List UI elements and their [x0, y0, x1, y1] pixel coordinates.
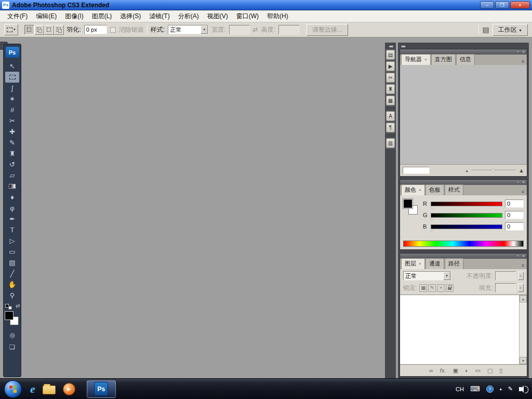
- tab-swatches[interactable]: 色板: [425, 184, 444, 195]
- new-layer-button[interactable]: ▢: [487, 368, 493, 374]
- menu-file[interactable]: 文件(F): [3, 10, 32, 22]
- pen-tool-button[interactable]: ✒: [5, 214, 19, 224]
- blend-mode-select[interactable]: 正常 ▾: [403, 271, 451, 281]
- close-tab-icon[interactable]: ×: [419, 188, 421, 192]
- move-tool-button[interactable]: ↖: [5, 61, 19, 72]
- feather-input[interactable]: 0 px: [84, 25, 107, 34]
- scroll-down-icon[interactable]: ▼: [520, 357, 527, 364]
- show-hidden-icons-button[interactable]: ▴: [500, 387, 502, 391]
- zoom-in-icon[interactable]: ▲: [518, 167, 524, 174]
- tab-channels[interactable]: 通道: [425, 258, 444, 269]
- tool-presets-panel-icon[interactable]: ▤: [386, 50, 395, 60]
- start-button[interactable]: [4, 380, 22, 398]
- zoom-tool-button[interactable]: ⚲: [5, 290, 19, 301]
- green-slider[interactable]: ▲: [431, 213, 502, 218]
- menu-analysis[interactable]: 分析(A): [174, 10, 203, 22]
- crop-tool-button[interactable]: #: [5, 104, 19, 115]
- menu-window[interactable]: 窗口(W): [232, 10, 263, 22]
- tab-color[interactable]: 颜色 ×: [401, 184, 425, 195]
- blur-tool-button[interactable]: ♦: [5, 192, 19, 203]
- lock-position-button[interactable]: +: [437, 284, 445, 292]
- fill-input[interactable]: [495, 283, 516, 292]
- close-button[interactable]: ×: [510, 1, 530, 9]
- pen-tray-icon[interactable]: ✎: [508, 385, 513, 392]
- default-colors-button[interactable]: [5, 304, 12, 310]
- minimize-button[interactable]: –: [480, 1, 494, 9]
- add-to-selection-button[interactable]: [34, 25, 44, 35]
- close-tab-icon[interactable]: ×: [424, 57, 427, 62]
- character-panel-icon[interactable]: A: [386, 111, 395, 121]
- width-input[interactable]: [229, 25, 250, 34]
- menu-help[interactable]: 帮助(H): [263, 10, 292, 22]
- height-input[interactable]: [278, 25, 299, 34]
- style-select[interactable]: 正常 ▾: [168, 25, 208, 34]
- menu-select[interactable]: 选择(S): [116, 10, 145, 22]
- blue-value-input[interactable]: 0: [505, 222, 524, 231]
- foreground-color-swatch[interactable]: [5, 311, 14, 320]
- slider-thumb[interactable]: ▲: [430, 218, 434, 221]
- minimize-panel-icon[interactable]: −: [517, 50, 520, 54]
- minimize-panel-icon[interactable]: −: [517, 180, 520, 184]
- close-panel-icon[interactable]: ×: [522, 180, 525, 184]
- panel-menu-icon[interactable]: ≡: [520, 59, 526, 65]
- screen-mode-button[interactable]: ❏: [6, 342, 19, 352]
- lock-image-button[interactable]: ✎: [428, 284, 436, 292]
- menu-layer[interactable]: 图层(L): [88, 10, 116, 22]
- eraser-tool-button[interactable]: ▱: [5, 170, 19, 181]
- maximize-button[interactable]: ❐: [495, 1, 509, 9]
- lock-transparency-button[interactable]: ▩: [419, 284, 427, 292]
- history-brush-tool-button[interactable]: ↺: [5, 159, 19, 170]
- quick-selection-tool-button[interactable]: ✶: [5, 94, 19, 104]
- layer-style-button[interactable]: fx.: [440, 368, 446, 374]
- canvas-area[interactable]: [25, 37, 381, 378]
- menu-image[interactable]: 图像(I): [61, 10, 87, 22]
- navigator-zoom-slider[interactable]: ▲: [471, 168, 516, 173]
- collapse-dock-button[interactable]: ▶▶: [400, 43, 527, 49]
- subtract-from-selection-button[interactable]: [44, 25, 54, 35]
- lock-all-button[interactable]: [446, 284, 454, 292]
- green-value-input[interactable]: 0: [505, 211, 524, 219]
- slider-thumb[interactable]: ▲: [430, 229, 434, 233]
- menu-view[interactable]: 视图(V): [203, 10, 232, 22]
- workspace-button[interactable]: 工作区 ▼: [493, 24, 528, 36]
- color-spectrum-ramp[interactable]: [403, 241, 524, 247]
- quick-mask-button[interactable]: ◎: [6, 330, 19, 340]
- red-value-input[interactable]: 0: [505, 200, 524, 208]
- scrollbar-track[interactable]: [520, 302, 527, 357]
- slice-tool-button[interactable]: ✂: [5, 115, 19, 126]
- minimize-panel-icon[interactable]: −: [517, 254, 520, 258]
- tab-layers[interactable]: 图层 ×: [401, 258, 425, 269]
- slider-thumb[interactable]: ▲: [430, 206, 434, 210]
- red-slider[interactable]: ▲: [431, 202, 502, 206]
- tool-preset-picker[interactable]: ▾: [4, 24, 18, 35]
- opacity-spinner-icon[interactable]: ▸: [518, 272, 524, 280]
- layer-list[interactable]: ▲ ▼: [400, 295, 527, 365]
- zoom-out-icon[interactable]: ▲: [465, 169, 469, 172]
- type-tool-button[interactable]: T: [5, 224, 19, 235]
- close-panel-icon[interactable]: ×: [522, 50, 525, 54]
- rectangle-tool-button[interactable]: ▭: [5, 246, 19, 257]
- delete-layer-button[interactable]: ▯: [499, 368, 502, 374]
- adjustment-layer-button[interactable]: ◐: [465, 368, 469, 374]
- keyboard-icon[interactable]: ⌨: [470, 385, 480, 393]
- paragraph-panel-icon[interactable]: ¶: [386, 123, 395, 132]
- antialias-checkbox[interactable]: [110, 27, 116, 33]
- opacity-input[interactable]: [495, 271, 516, 281]
- slider-thumb[interactable]: ▲: [491, 167, 495, 172]
- expand-dock-button[interactable]: ◀◀: [385, 43, 396, 49]
- animation-panel-icon[interactable]: ▦: [386, 96, 395, 105]
- foreground-color-swatch[interactable]: [403, 199, 413, 208]
- media-player-icon[interactable]: ▶: [63, 383, 75, 395]
- folder-icon[interactable]: [43, 385, 56, 394]
- layer-comps-panel-icon[interactable]: ▥: [386, 138, 395, 148]
- navigator-zoom-input[interactable]: [403, 167, 430, 174]
- panel-menu-icon[interactable]: ≡: [520, 263, 526, 269]
- scroll-up-icon[interactable]: ▲: [520, 295, 527, 302]
- new-group-button[interactable]: ▭: [475, 368, 481, 374]
- tab-info[interactable]: 信息: [456, 54, 475, 65]
- clone-source-panel-icon[interactable]: ♜: [386, 84, 395, 94]
- volume-icon[interactable]: [519, 387, 522, 391]
- gradient-tool-button[interactable]: [5, 181, 19, 192]
- tools-panel-icon[interactable]: ✂: [386, 73, 395, 83]
- swap-colors-icon[interactable]: ⇄: [16, 303, 20, 309]
